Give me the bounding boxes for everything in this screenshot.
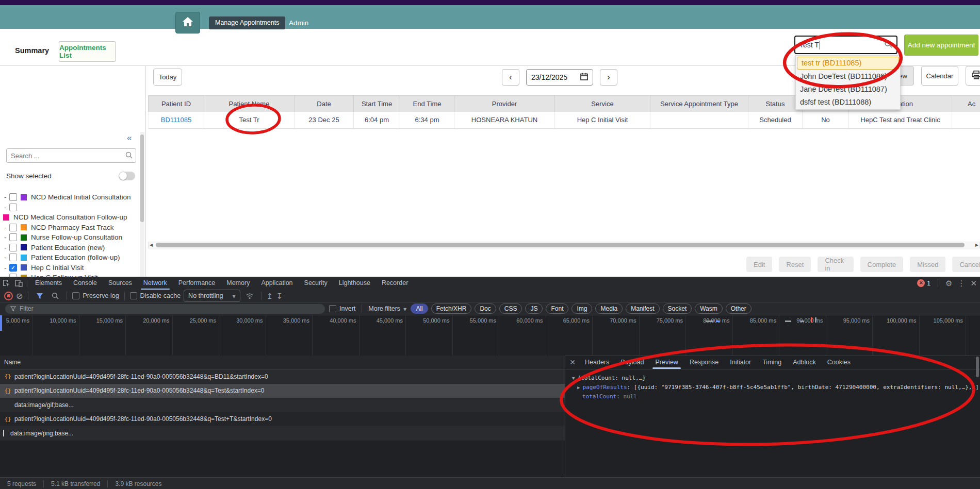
home-button[interactable] — [175, 12, 200, 33]
service-checkbox[interactable] — [9, 244, 17, 251]
filter-chip-media[interactable]: Media — [595, 303, 623, 314]
json-tree-line[interactable]: ▶pageOfResults: [{uuid: "9719f385-3746-4… — [577, 384, 979, 391]
detail-tab-preview[interactable]: Preview — [649, 356, 683, 369]
filter-chip-other[interactable]: Other — [726, 303, 752, 314]
service-checkbox[interactable] — [9, 254, 17, 261]
more-filters-button[interactable]: More filters ▾ — [368, 305, 406, 313]
close-devtools-icon[interactable]: ✕ — [970, 279, 977, 287]
checkbox[interactable] — [130, 292, 137, 299]
admin-menu[interactable]: Admin — [289, 19, 308, 27]
devtools-tab-lighthouse[interactable]: Lighthouse — [333, 277, 376, 290]
request-row[interactable]: data:image/gif;base... — [0, 398, 565, 412]
service-checkbox[interactable] — [9, 233, 17, 241]
more-options-icon[interactable]: ⋮ — [957, 279, 965, 287]
scrollbar-thumb[interactable] — [156, 243, 965, 247]
network-conditions-icon[interactable] — [243, 291, 256, 301]
devtools-tab-console[interactable]: Console — [68, 277, 103, 290]
devtools-tab-performance[interactable]: Performance — [173, 277, 221, 290]
add-new-appointment-button[interactable]: Add new appointment — [904, 35, 978, 56]
search-network-icon[interactable] — [49, 291, 61, 301]
filter-chip-font[interactable]: Font — [546, 303, 568, 314]
preview-scrollbar-thumb[interactable] — [976, 357, 979, 377]
tab-appointments-list[interactable]: Appointments List — [59, 41, 116, 62]
column-header[interactable]: Service — [555, 96, 650, 112]
request-row[interactable]: {}patient?loginLocationUuid=409d495f-28f… — [0, 384, 565, 398]
action-button-edit[interactable]: Edit — [746, 257, 772, 272]
service-checkbox[interactable]: ✓ — [9, 264, 17, 272]
filter-chip-img[interactable]: Img — [571, 303, 592, 314]
import-har-icon[interactable]: ↥ — [267, 292, 273, 300]
table-cell[interactable]: BD111085 — [149, 112, 204, 128]
filter-chip-manifest[interactable]: Manifest — [626, 303, 659, 314]
today-button[interactable]: Today — [153, 69, 182, 86]
table-row[interactable]: BD111085Test Tr23 Dec 256:04 pm6:34 pmHO… — [148, 112, 980, 129]
column-header[interactable]: Status — [748, 96, 803, 112]
print-button[interactable] — [966, 66, 980, 86]
preserve-log-checkbox[interactable]: Preserve log — [72, 292, 119, 299]
service-checkbox[interactable] — [9, 204, 17, 211]
action-button-complete[interactable]: Complete — [860, 257, 904, 272]
column-header[interactable]: Ac — [952, 96, 980, 112]
search-dropdown-item[interactable]: Jane DoeTest (BD111087) — [796, 83, 900, 96]
detail-tab-timing[interactable]: Timing — [757, 356, 787, 369]
service-item[interactable]: -NCD Medical Initial Consultation — [0, 192, 138, 203]
detail-tab-cookies[interactable]: Cookies — [822, 356, 856, 369]
search-dropdown-item[interactable]: test tr (BD111085) — [797, 57, 899, 70]
devtools-tab-memory[interactable]: Memory — [221, 277, 255, 290]
filter-chip-fetchxhr[interactable]: Fetch/XHR — [431, 303, 472, 314]
filter-chip-js[interactable]: JS — [525, 303, 543, 314]
clear-network-log-icon[interactable]: ⊘ — [16, 292, 23, 300]
network-filter-input[interactable]: Filter — [5, 304, 325, 314]
filter-funnel-icon[interactable] — [34, 291, 46, 301]
scroll-left-arrow[interactable]: ◀ — [150, 243, 153, 248]
column-header[interactable]: Start Time — [354, 96, 400, 112]
column-header[interactable]: Provider — [454, 96, 555, 112]
horizontal-scrollbar[interactable]: ◀ ▶ — [148, 242, 980, 248]
export-har-icon[interactable]: ↧ — [276, 292, 283, 300]
service-search-input[interactable] — [6, 148, 136, 163]
service-item[interactable]: -NCD Pharmacy Fast Track — [0, 223, 138, 233]
scroll-right-arrow[interactable]: ▶ — [975, 243, 978, 248]
tree-disclosure-icon[interactable]: ▶ — [577, 385, 580, 390]
devtools-tab-recorder[interactable]: Recorder — [376, 277, 414, 290]
close-detail-icon[interactable]: ✕ — [566, 358, 579, 366]
column-header[interactable]: Date — [295, 96, 354, 112]
filter-chip-all[interactable]: All — [411, 303, 428, 314]
checkbox[interactable] — [329, 305, 336, 312]
service-item[interactable]: - — [0, 203, 138, 213]
filter-chip-doc[interactable]: Doc — [475, 303, 496, 314]
action-button-cancel[interactable]: Cancel — [952, 257, 980, 272]
sidebar-collapse-icon[interactable]: « — [127, 133, 132, 143]
json-tree-line[interactable]: totalCount: null — [582, 393, 637, 400]
detail-tab-initiator[interactable]: Initiator — [724, 356, 757, 369]
detail-tab-response[interactable]: Response — [684, 356, 724, 369]
date-input[interactable]: 23/12/2025 — [526, 69, 593, 86]
throttling-select[interactable]: No throttling ▾ — [184, 290, 240, 302]
previous-day-button[interactable]: ‹ — [502, 69, 519, 86]
search-dropdown-item[interactable]: John DoeTest (BD111086) — [796, 70, 900, 83]
column-header[interactable]: Patient ID — [149, 96, 204, 112]
checkbox[interactable] — [72, 292, 79, 299]
detail-tab-adblock[interactable]: Adblock — [787, 356, 821, 369]
service-item[interactable]: -Patient Education (new) — [0, 243, 138, 253]
detail-tab-headers[interactable]: Headers — [579, 356, 615, 369]
invert-checkbox[interactable]: Invert — [329, 305, 355, 312]
devtools-tab-application[interactable]: Application — [255, 277, 298, 290]
request-row[interactable]: {}patient?loginLocationUuid=409d495f-28f… — [0, 412, 565, 427]
search-dropdown-item[interactable]: dsfsf test (BD111088) — [796, 96, 900, 109]
column-header[interactable]: Service Appointment Type — [650, 96, 748, 112]
detail-tab-payload[interactable]: Payload — [615, 356, 649, 369]
calendar-view-button[interactable]: Calendar — [921, 66, 958, 86]
patient-search-input[interactable]: Test T — [794, 36, 897, 54]
service-item[interactable]: -Nurse Follow-up Consultation — [0, 232, 138, 243]
calendar-picker-icon[interactable] — [580, 73, 588, 82]
inspect-element-icon[interactable] — [0, 278, 12, 289]
devtools-tab-elements[interactable]: Elements — [29, 277, 68, 290]
error-badge[interactable]: ✕ 1 — [917, 279, 930, 287]
devtools-tab-network[interactable]: Network — [138, 277, 173, 290]
next-day-button[interactable]: › — [600, 69, 617, 86]
record-network-log-icon[interactable] — [4, 292, 13, 300]
filter-chip-wasm[interactable]: Wasm — [695, 303, 723, 314]
tree-disclosure-icon[interactable]: ▼ — [572, 376, 575, 381]
column-header[interactable]: End Time — [400, 96, 454, 112]
